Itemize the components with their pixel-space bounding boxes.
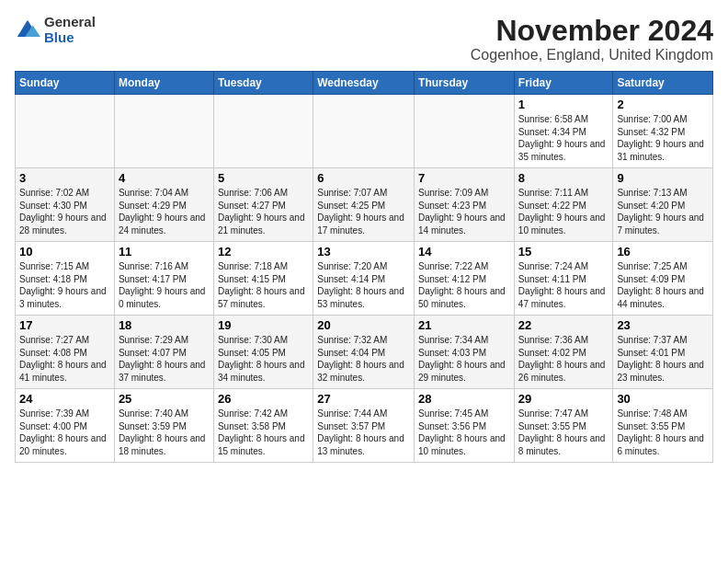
logo: General Blue	[15, 15, 96, 45]
calendar-cell	[313, 95, 415, 168]
calendar-cell: 18Sunrise: 7:29 AM Sunset: 4:07 PM Dayli…	[114, 316, 213, 389]
day-number: 1	[518, 98, 609, 111]
day-info: Sunrise: 7:16 AM Sunset: 4:17 PM Dayligh…	[119, 260, 210, 310]
calendar-cell: 7Sunrise: 7:09 AM Sunset: 4:23 PM Daylig…	[415, 168, 515, 242]
day-number: 17	[19, 318, 110, 332]
day-number: 8	[518, 171, 609, 185]
day-header-friday: Friday	[514, 72, 613, 95]
calendar-cell: 5Sunrise: 7:06 AM Sunset: 4:27 PM Daylig…	[213, 168, 313, 242]
calendar-cell: 28Sunrise: 7:45 AM Sunset: 3:56 PM Dayli…	[415, 389, 515, 463]
day-info: Sunrise: 7:20 AM Sunset: 4:14 PM Dayligh…	[317, 260, 410, 310]
calendar-cell: 9Sunrise: 7:13 AM Sunset: 4:20 PM Daylig…	[613, 168, 713, 242]
calendar-cell: 8Sunrise: 7:11 AM Sunset: 4:22 PM Daylig…	[514, 168, 613, 242]
day-number: 30	[617, 392, 709, 406]
calendar-cell: 21Sunrise: 7:34 AM Sunset: 4:03 PM Dayli…	[415, 316, 515, 389]
month-title: November 2024	[471, 15, 713, 47]
calendar-cell: 30Sunrise: 7:48 AM Sunset: 3:55 PM Dayli…	[613, 389, 713, 463]
day-number: 27	[317, 392, 410, 406]
day-number: 22	[518, 318, 609, 332]
day-info: Sunrise: 7:11 AM Sunset: 4:22 PM Dayligh…	[518, 187, 609, 236]
day-info: Sunrise: 7:34 AM Sunset: 4:03 PM Dayligh…	[418, 334, 510, 384]
day-info: Sunrise: 7:00 AM Sunset: 4:32 PM Dayligh…	[617, 113, 709, 163]
day-number: 26	[218, 392, 309, 406]
calendar-cell: 22Sunrise: 7:36 AM Sunset: 4:02 PM Dayli…	[514, 316, 613, 389]
day-number: 6	[317, 171, 410, 185]
day-header-tuesday: Tuesday	[213, 72, 313, 95]
day-info: Sunrise: 7:47 AM Sunset: 3:55 PM Dayligh…	[518, 408, 609, 457]
day-header-thursday: Thursday	[415, 72, 515, 95]
calendar-cell	[114, 95, 213, 168]
day-number: 3	[19, 171, 110, 185]
calendar-cell: 12Sunrise: 7:18 AM Sunset: 4:15 PM Dayli…	[213, 242, 313, 316]
title-area: November 2024 Cogenhoe, England, United …	[471, 15, 713, 63]
day-number: 14	[418, 245, 510, 259]
day-info: Sunrise: 7:09 AM Sunset: 4:23 PM Dayligh…	[418, 187, 510, 236]
day-info: Sunrise: 7:13 AM Sunset: 4:20 PM Dayligh…	[617, 187, 709, 236]
calendar-cell: 15Sunrise: 7:24 AM Sunset: 4:11 PM Dayli…	[514, 242, 613, 316]
day-number: 28	[418, 392, 510, 406]
calendar-cell: 29Sunrise: 7:47 AM Sunset: 3:55 PM Dayli…	[514, 389, 613, 463]
calendar-cell: 14Sunrise: 7:22 AM Sunset: 4:12 PM Dayli…	[415, 242, 515, 316]
day-info: Sunrise: 7:30 AM Sunset: 4:05 PM Dayligh…	[218, 334, 309, 384]
calendar-cell: 2Sunrise: 7:00 AM Sunset: 4:32 PM Daylig…	[613, 95, 713, 168]
day-number: 5	[218, 171, 309, 185]
header: General Blue November 2024 Cogenhoe, Eng…	[15, 15, 713, 63]
day-info: Sunrise: 6:58 AM Sunset: 4:34 PM Dayligh…	[518, 113, 609, 163]
day-number: 23	[617, 318, 709, 332]
day-number: 16	[617, 245, 709, 259]
day-info: Sunrise: 7:27 AM Sunset: 4:08 PM Dayligh…	[19, 334, 110, 384]
day-info: Sunrise: 7:48 AM Sunset: 3:55 PM Dayligh…	[617, 408, 709, 457]
calendar-cell: 13Sunrise: 7:20 AM Sunset: 4:14 PM Dayli…	[313, 242, 415, 316]
day-info: Sunrise: 7:24 AM Sunset: 4:11 PM Dayligh…	[518, 260, 609, 310]
logo-text: General Blue	[44, 15, 96, 45]
day-info: Sunrise: 7:37 AM Sunset: 4:01 PM Dayligh…	[617, 334, 709, 384]
day-number: 19	[218, 318, 309, 332]
calendar-cell: 20Sunrise: 7:32 AM Sunset: 4:04 PM Dayli…	[313, 316, 415, 389]
day-number: 7	[418, 171, 510, 185]
calendar-cell: 4Sunrise: 7:04 AM Sunset: 4:29 PM Daylig…	[114, 168, 213, 242]
logo-icon	[15, 17, 40, 43]
day-info: Sunrise: 7:02 AM Sunset: 4:30 PM Dayligh…	[19, 187, 110, 236]
day-number: 12	[218, 245, 309, 259]
day-number: 18	[119, 318, 210, 332]
calendar-cell: 19Sunrise: 7:30 AM Sunset: 4:05 PM Dayli…	[213, 316, 313, 389]
day-header-wednesday: Wednesday	[313, 72, 415, 95]
calendar-cell: 23Sunrise: 7:37 AM Sunset: 4:01 PM Dayli…	[613, 316, 713, 389]
day-number: 21	[418, 318, 510, 332]
day-header-saturday: Saturday	[613, 72, 713, 95]
day-number: 9	[617, 171, 709, 185]
calendar-cell: 17Sunrise: 7:27 AM Sunset: 4:08 PM Dayli…	[16, 316, 115, 389]
day-info: Sunrise: 7:40 AM Sunset: 3:59 PM Dayligh…	[119, 408, 210, 457]
location-title: Cogenhoe, England, United Kingdom	[471, 47, 713, 63]
day-number: 10	[19, 245, 110, 259]
calendar-cell	[213, 95, 313, 168]
day-info: Sunrise: 7:42 AM Sunset: 3:58 PM Dayligh…	[218, 408, 309, 457]
day-number: 20	[317, 318, 410, 332]
calendar-cell: 27Sunrise: 7:44 AM Sunset: 3:57 PM Dayli…	[313, 389, 415, 463]
day-info: Sunrise: 7:36 AM Sunset: 4:02 PM Dayligh…	[518, 334, 609, 384]
day-number: 24	[19, 392, 110, 406]
day-number: 2	[617, 98, 709, 111]
day-header-sunday: Sunday	[16, 72, 115, 95]
day-info: Sunrise: 7:45 AM Sunset: 3:56 PM Dayligh…	[418, 408, 510, 457]
calendar-cell: 3Sunrise: 7:02 AM Sunset: 4:30 PM Daylig…	[16, 168, 115, 242]
day-info: Sunrise: 7:25 AM Sunset: 4:09 PM Dayligh…	[617, 260, 709, 310]
calendar-table: SundayMondayTuesdayWednesdayThursdayFrid…	[15, 71, 713, 463]
calendar-cell: 26Sunrise: 7:42 AM Sunset: 3:58 PM Dayli…	[213, 389, 313, 463]
day-number: 4	[119, 171, 210, 185]
calendar-cell: 11Sunrise: 7:16 AM Sunset: 4:17 PM Dayli…	[114, 242, 213, 316]
day-info: Sunrise: 7:15 AM Sunset: 4:18 PM Dayligh…	[19, 260, 110, 310]
day-number: 13	[317, 245, 410, 259]
calendar-cell	[415, 95, 515, 168]
day-info: Sunrise: 7:44 AM Sunset: 3:57 PM Dayligh…	[317, 408, 410, 457]
calendar-cell: 10Sunrise: 7:15 AM Sunset: 4:18 PM Dayli…	[16, 242, 115, 316]
day-info: Sunrise: 7:06 AM Sunset: 4:27 PM Dayligh…	[218, 187, 309, 236]
day-info: Sunrise: 7:29 AM Sunset: 4:07 PM Dayligh…	[119, 334, 210, 384]
day-header-monday: Monday	[114, 72, 213, 95]
day-info: Sunrise: 7:39 AM Sunset: 4:00 PM Dayligh…	[19, 408, 110, 457]
day-info: Sunrise: 7:07 AM Sunset: 4:25 PM Dayligh…	[317, 187, 410, 236]
day-number: 29	[518, 392, 609, 406]
day-number: 15	[518, 245, 609, 259]
calendar-cell: 1Sunrise: 6:58 AM Sunset: 4:34 PM Daylig…	[514, 95, 613, 168]
calendar-cell: 6Sunrise: 7:07 AM Sunset: 4:25 PM Daylig…	[313, 168, 415, 242]
